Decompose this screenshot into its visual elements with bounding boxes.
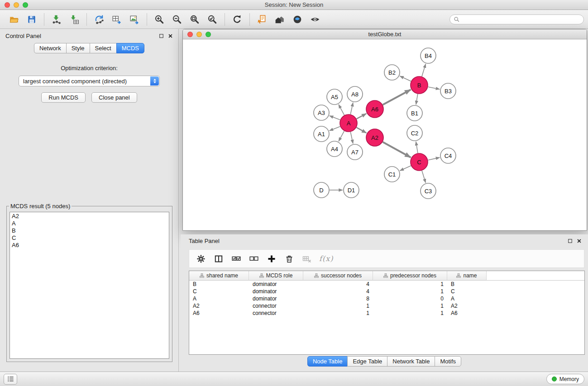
graph-node-A7[interactable]: A7 [347, 144, 363, 160]
column-header-successor-nodes[interactable]: successor nodes [303, 271, 373, 281]
refresh-network-icon[interactable] [230, 13, 244, 26]
graph-node-C4[interactable]: C4 [440, 148, 456, 163]
graph-edge-C-C1[interactable] [400, 166, 411, 171]
graph-edge-A-A5[interactable] [339, 105, 344, 115]
zoom-in-icon[interactable] [153, 13, 166, 26]
float-panel-icon[interactable] [159, 33, 164, 38]
zoom-out-icon[interactable] [170, 13, 184, 26]
show-graphics-icon[interactable] [308, 13, 322, 26]
graph-node-B2[interactable]: B2 [384, 65, 400, 80]
mcds-result-item[interactable]: A6 [12, 242, 167, 249]
home-icon[interactable] [273, 13, 287, 26]
graph-node-B4[interactable]: B4 [421, 48, 436, 63]
graph-node-C2[interactable]: C2 [407, 125, 422, 141]
graph-edge-A-A6[interactable] [357, 114, 367, 119]
graph-edge-A-A7[interactable] [350, 132, 353, 144]
mcds-result-item[interactable]: C [12, 234, 167, 242]
import-table-icon[interactable] [67, 13, 81, 26]
graph-node-C3[interactable]: C3 [421, 183, 436, 199]
table-row[interactable]: A6connector11A6 [189, 310, 584, 317]
graph-node-A5[interactable]: A5 [327, 89, 342, 105]
graph-edge-A6-B[interactable] [383, 90, 411, 105]
graph-node-A1[interactable]: A1 [314, 126, 329, 142]
columns-icon[interactable] [213, 253, 224, 265]
deselect-all-icon[interactable] [249, 253, 259, 265]
graph-edge-A-A4[interactable] [339, 131, 344, 142]
network-fullscreen-button[interactable] [206, 32, 211, 37]
tab-edge-table[interactable]: Edge Table [347, 356, 387, 367]
zoom-fit-icon[interactable] [188, 13, 201, 26]
memory-button[interactable]: Memory [546, 374, 584, 384]
tab-select[interactable]: Select [90, 43, 117, 53]
save-session-icon[interactable] [25, 13, 38, 26]
zoom-selected-icon[interactable] [206, 13, 219, 26]
graph-node-A[interactable]: A [340, 114, 357, 132]
table-row[interactable]: Bdominator41B [189, 281, 584, 288]
minimize-window-button[interactable] [14, 2, 19, 8]
float-table-panel-icon[interactable] [568, 238, 573, 243]
export-image-icon[interactable] [128, 13, 141, 26]
mcds-result-item[interactable]: A [12, 220, 167, 227]
graph-node-A8[interactable]: A8 [347, 86, 363, 102]
graph-node-A6[interactable]: A6 [366, 100, 383, 118]
new-network-icon[interactable] [92, 13, 106, 26]
function-icon[interactable]: f(x) [319, 253, 333, 265]
graph-edge-A-A3[interactable] [330, 116, 340, 120]
open-file-icon[interactable] [7, 13, 21, 26]
graph-node-D[interactable]: D [314, 182, 329, 198]
graph-edge-C-C4[interactable] [428, 157, 440, 160]
gear-icon[interactable] [196, 253, 206, 265]
close-panel-button[interactable]: Close panel [91, 92, 137, 103]
network-close-button[interactable] [187, 32, 193, 37]
tab-network-table[interactable]: Network Table [387, 356, 435, 367]
trash-icon[interactable] [284, 253, 295, 265]
graph-node-B[interactable]: B [411, 76, 428, 94]
column-header-predecessor-nodes[interactable]: predecessor nodes [373, 271, 447, 281]
column-header-shared-name[interactable]: shared name [189, 271, 249, 281]
table-row[interactable]: Cdominator41C [189, 288, 584, 295]
graph-edge-B-B4[interactable] [422, 64, 426, 76]
close-window-button[interactable] [5, 2, 10, 8]
import-network-icon[interactable] [50, 13, 63, 26]
graph-node-A2[interactable]: A2 [366, 129, 383, 146]
tab-motifs[interactable]: Motifs [435, 356, 461, 367]
delete-columns-icon[interactable] [301, 253, 312, 265]
graph-edge-B-B1[interactable] [416, 94, 418, 105]
mcds-result-list[interactable]: A2ABCA6 [10, 212, 169, 359]
graph-edge-A-A2[interactable] [357, 128, 367, 133]
add-icon[interactable] [266, 253, 277, 265]
close-table-panel-icon[interactable] [577, 238, 582, 243]
graph-edge-C-C3[interactable] [422, 171, 425, 183]
network-canvas[interactable]: B4B2BB3A5A8A6A3B1AC2A1A2A4A7C4CC1C3DD1 [183, 40, 587, 230]
graph-node-A3[interactable]: A3 [314, 105, 329, 120]
fullscreen-window-button[interactable] [23, 2, 28, 8]
style-icon[interactable] [291, 13, 304, 26]
tab-style[interactable]: Style [66, 43, 90, 53]
column-header-MCDS-role[interactable]: MCDS role [249, 271, 303, 281]
mcds-result-item[interactable]: B [12, 227, 167, 234]
graph-edge-C-C2[interactable] [416, 142, 418, 153]
tab-node-table[interactable]: Node Table [307, 356, 348, 367]
task-history-button[interactable] [4, 374, 17, 385]
open-session-icon[interactable] [255, 13, 269, 26]
tab-mcds[interactable]: MCDS [116, 43, 144, 53]
graph-node-C1[interactable]: C1 [384, 167, 400, 182]
mcds-result-item[interactable]: A2 [12, 213, 167, 220]
graph-edge-A-A8[interactable] [350, 103, 353, 114]
close-panel-icon[interactable] [168, 33, 173, 38]
graph-node-A4[interactable]: A4 [327, 141, 342, 157]
graph-edge-B-B2[interactable] [400, 76, 411, 81]
export-table-icon[interactable] [110, 13, 124, 26]
criterion-dropdown[interactable]: largest connected component (directed) [19, 76, 160, 86]
graph-edge-B-B3[interactable] [428, 87, 440, 89]
graph-node-B3[interactable]: B3 [440, 83, 456, 99]
network-minimize-button[interactable] [196, 32, 202, 37]
tab-network[interactable]: Network [34, 43, 67, 53]
select-all-icon[interactable] [231, 253, 242, 265]
graph-node-B1[interactable]: B1 [407, 105, 422, 121]
run-mcds-button[interactable]: Run MCDS [41, 92, 86, 103]
graph-node-C[interactable]: C [411, 153, 428, 171]
graph-node-D1[interactable]: D1 [344, 182, 359, 198]
graph-edge-A2-C[interactable] [383, 142, 411, 157]
table-row[interactable]: A2connector11A2 [189, 302, 584, 310]
